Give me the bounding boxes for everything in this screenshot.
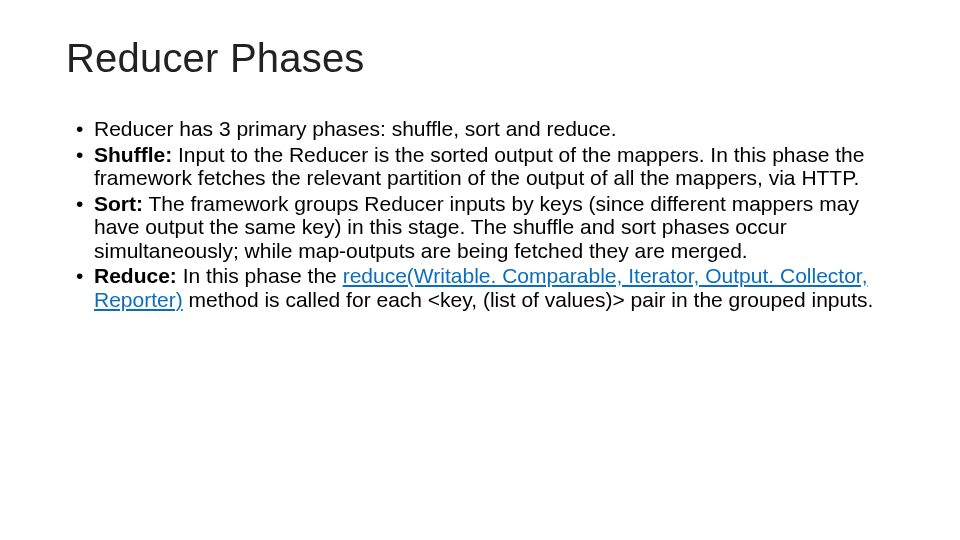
bullet-label: Sort: [94, 192, 143, 215]
bullet-text: Reducer has 3 primary phases: shuffle, s… [94, 117, 617, 140]
bullet-label: Shuffle: [94, 143, 172, 166]
bullet-list: Reducer has 3 primary phases: shuffle, s… [76, 117, 900, 311]
page-title: Reducer Phases [66, 36, 900, 81]
bullet-text-after: method is called for each <key, (list of… [183, 288, 874, 311]
bullet-item-3: Sort: The framework groups Reducer input… [76, 192, 900, 263]
bullet-text-before: In this phase the [177, 264, 343, 287]
bullet-item-1: Reducer has 3 primary phases: shuffle, s… [76, 117, 900, 141]
bullet-item-2: Shuffle: Input to the Reducer is the sor… [76, 143, 900, 190]
slide: Reducer Phases Reducer has 3 primary pha… [0, 0, 960, 540]
bullet-label: Reduce: [94, 264, 177, 287]
bullet-text: The framework groups Reducer inputs by k… [94, 192, 859, 262]
bullet-item-4: Reduce: In this phase the reduce(Writabl… [76, 264, 900, 311]
bullet-text: Input to the Reducer is the sorted outpu… [94, 143, 864, 190]
